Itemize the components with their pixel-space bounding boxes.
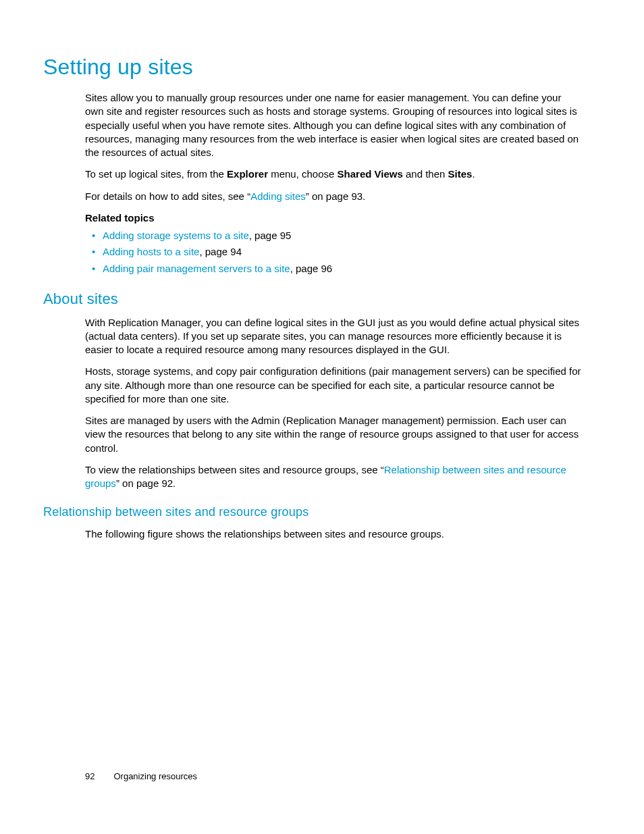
text: For details on how to add sites, see “ <box>85 190 250 202</box>
page-footer: 92Organizing resources <box>85 771 197 783</box>
paragraph: For details on how to add sites, see “Ad… <box>85 190 582 203</box>
bold-shared-views: Shared Views <box>338 168 403 180</box>
paragraph: Sites allow you to manually group resour… <box>85 91 582 159</box>
list-item: Adding hosts to a site, page 94 <box>85 245 582 259</box>
text: , page 94 <box>199 246 242 257</box>
page-content: Setting up sites Sites allow you to manu… <box>0 0 644 541</box>
paragraph: The following figure shows the relations… <box>85 527 582 541</box>
text: and then <box>403 168 448 180</box>
text: . <box>472 168 475 180</box>
link-adding-pair-management-servers[interactable]: Adding pair management servers to a site <box>103 263 290 274</box>
text: ” on page 92. <box>116 477 176 489</box>
section-setting-up-sites: Sites allow you to manually group resour… <box>85 91 582 276</box>
paragraph: Hosts, storage systems, and copy pair co… <box>85 365 582 406</box>
related-topics-list: Adding storage systems to a site, page 9… <box>85 229 582 276</box>
link-adding-hosts[interactable]: Adding hosts to a site <box>103 246 199 257</box>
heading-about-sites: About sites <box>43 289 582 309</box>
text: ” on page 93. <box>306 190 365 202</box>
footer-chapter-title: Organizing resources <box>113 771 197 781</box>
page-number: 92 <box>85 771 95 783</box>
list-item: Adding storage systems to a site, page 9… <box>85 229 582 242</box>
link-adding-storage-systems[interactable]: Adding storage systems to a site <box>103 230 249 241</box>
text: To set up logical sites, from the <box>85 168 227 180</box>
heading-relationship-sites-resource-groups: Relationship between sites and resource … <box>43 504 582 520</box>
text: , page 96 <box>290 263 333 274</box>
paragraph: To view the relationships between sites … <box>85 463 582 491</box>
heading-setting-up-sites: Setting up sites <box>43 53 582 82</box>
paragraph: Sites are managed by users with the Admi… <box>85 414 582 455</box>
bold-sites: Sites <box>448 168 473 180</box>
text: , page 95 <box>249 230 292 241</box>
text: menu, choose <box>268 168 338 180</box>
text: To view the relationships between sites … <box>85 464 384 475</box>
bold-explorer: Explorer <box>227 168 268 180</box>
paragraph: With Replication Manager, you can define… <box>85 316 582 357</box>
related-topics-heading: Related topics <box>85 211 582 225</box>
link-adding-sites[interactable]: Adding sites <box>250 190 306 202</box>
list-item: Adding pair management servers to a site… <box>85 262 582 276</box>
paragraph: To set up logical sites, from the Explor… <box>85 167 582 181</box>
